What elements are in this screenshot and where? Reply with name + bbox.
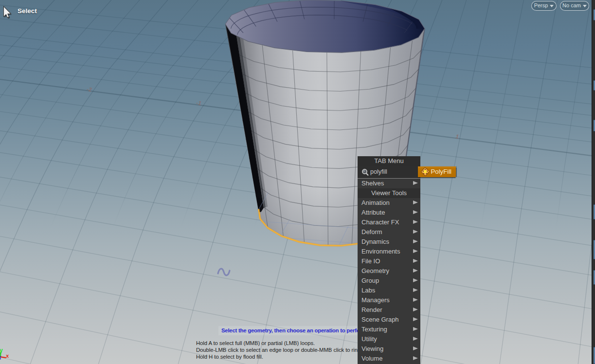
svg-text:-1: -1	[196, 100, 202, 106]
svg-text:x: x	[6, 353, 9, 359]
svg-text:-2: -2	[87, 86, 92, 92]
